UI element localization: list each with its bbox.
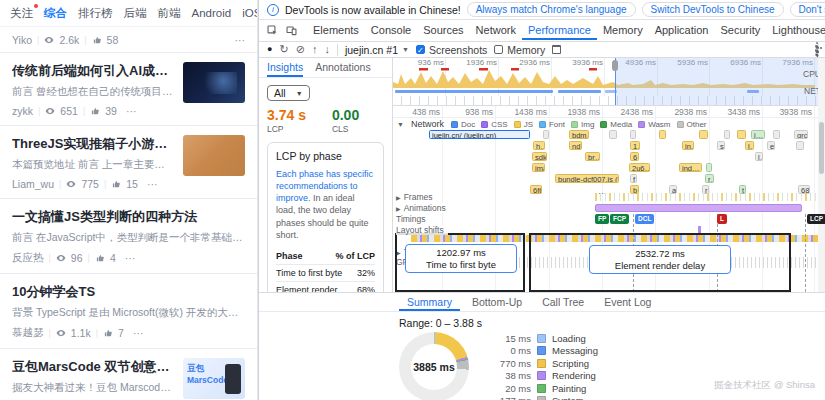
network-request[interactable]: in… <box>682 141 694 150</box>
expand-icon[interactable]: ▶ <box>396 205 401 212</box>
scrollbar-thumb[interactable] <box>819 122 824 174</box>
more-icon[interactable]: ··· <box>235 34 246 46</box>
network-request[interactable] <box>706 163 712 172</box>
clear-icon[interactable]: ⊘ <box>296 44 305 55</box>
network-request[interactable]: ind… <box>679 163 702 172</box>
article-meta-partial[interactable]: Yiko | 2.6k | 58 ··· <box>0 27 257 53</box>
memory-checkbox[interactable]: Memory <box>494 44 545 56</box>
bottom-tab-summary[interactable]: Summary <box>399 293 460 311</box>
render-delay-annotation[interactable]: 2532.72 ms Element render delay <box>589 245 731 274</box>
reload-record-icon[interactable]: ↻ <box>279 44 288 55</box>
network-request[interactable]: br… <box>585 152 600 161</box>
network-request[interactable] <box>543 130 549 139</box>
network-request[interactable] <box>630 130 636 139</box>
expand-icon[interactable]: ▶ <box>396 194 401 201</box>
infobar-button[interactable]: Don't show again <box>790 2 825 17</box>
timing-marker-lcp[interactable]: LCP <box>807 214 825 224</box>
devtools-tab-sources[interactable]: Sources <box>417 21 469 40</box>
feed-tab[interactable]: 综合 <box>44 6 67 21</box>
overview-window-shade[interactable]: CPU NET <box>615 58 825 105</box>
timing-marker-l[interactable]: L <box>717 214 727 224</box>
load-profile-icon[interactable]: ↑ <box>312 44 318 55</box>
article-item[interactable]: 传统前后端如何引入AI成为AI全栈项目? ...前言 曾经也想在自己的传统项目中… <box>0 53 257 126</box>
ttfb-annotation[interactable]: 1202.97 ms Time to first byte <box>405 244 517 273</box>
like-icon[interactable] <box>103 328 113 338</box>
network-request[interactable]: f… <box>630 174 637 183</box>
more-icon[interactable]: ··· <box>133 327 144 339</box>
more-icon[interactable]: ··· <box>126 105 137 117</box>
screenshots-checkbox[interactable]: ✓Screenshots <box>416 44 487 56</box>
devtools-tab-console[interactable]: Console <box>365 21 417 40</box>
network-request[interactable]: i… <box>751 130 765 139</box>
animation-bar[interactable] <box>595 204 802 212</box>
timing-marker-fcp[interactable]: FCP <box>610 214 629 224</box>
devtools-tab-lighthouse[interactable]: Lighthouse <box>766 21 825 40</box>
save-profile-icon[interactable]: ↓ <box>324 44 330 55</box>
network-request[interactable] <box>659 130 666 139</box>
network-request[interactable]: e… <box>767 141 775 150</box>
infobar-button[interactable]: Always match Chrome's language <box>467 2 636 17</box>
network-request[interactable]: r… <box>705 174 714 183</box>
feed-tab[interactable]: Android <box>192 7 232 19</box>
feed-tab[interactable]: 排行榜 <box>78 6 113 21</box>
insights-filter-select[interactable]: All▼ <box>267 85 310 101</box>
vertical-scrollbar[interactable] <box>818 58 825 292</box>
like-icon[interactable] <box>90 106 100 116</box>
network-request[interactable]: sdk… <box>532 152 547 161</box>
devtools-tab-elements[interactable]: Elements <box>307 21 365 40</box>
devtools-tab-security[interactable]: Security <box>714 21 766 40</box>
devtools-tab-performance[interactable]: Performance <box>522 21 597 40</box>
more-icon[interactable]: ··· <box>147 178 158 190</box>
network-request[interactable]: h… <box>533 141 545 150</box>
devtools-tab-network[interactable]: Network <box>470 21 522 40</box>
feed-tab[interactable]: iOS <box>242 7 257 19</box>
like-icon[interactable] <box>111 179 121 189</box>
window-resize-handle[interactable] <box>612 60 618 71</box>
network-request[interactable]: l… <box>745 141 754 150</box>
network-request[interactable] <box>699 130 708 139</box>
like-icon[interactable] <box>92 35 102 45</box>
lcp-by-phase-card[interactable]: LCP by phase Each phase has specific rec… <box>267 142 384 292</box>
network-request[interactable]: gro… <box>794 130 808 139</box>
feed-tab[interactable]: 前端 <box>158 6 181 21</box>
device-toolbar-icon[interactable] <box>282 25 301 36</box>
network-request[interactable] <box>609 130 617 139</box>
network-request[interactable]: 1… <box>630 141 640 150</box>
network-request[interactable] <box>796 141 804 150</box>
network-request[interactable]: 2u6… <box>629 163 650 172</box>
like-icon[interactable] <box>95 253 105 263</box>
inspect-element-icon[interactable] <box>263 25 282 36</box>
network-request[interactable]: 6… <box>630 152 639 161</box>
record-icon[interactable]: ● <box>267 45 272 54</box>
more-icon[interactable]: ··· <box>125 252 136 264</box>
bottom-tab-call-tree[interactable]: Call Tree <box>534 293 592 311</box>
network-track-header[interactable]: ▼ Network DocCSSJSFontImgMediaWasmOther <box>393 119 707 129</box>
feed-tab[interactable]: 关注 <box>10 6 33 21</box>
devtools-tab-application[interactable]: Application <box>649 21 715 40</box>
frames-track[interactable]: ▶Frames <box>393 192 825 202</box>
insights-tab-annotations[interactable]: Annotations <box>315 59 370 77</box>
article-item[interactable]: ThreeJS实现推箱子小游戏【二】本篇预览地址 前言 上一章主要介绍了怎么创建… <box>0 126 257 199</box>
network-request[interactable]: ima… <box>532 163 545 172</box>
network-request[interactable]: juejin.cn/ (juejin.cn) <box>429 130 530 139</box>
session-select[interactable]: juejin.cn #1▼ <box>345 44 409 56</box>
devtools-tab-memory[interactable]: Memory <box>597 21 649 40</box>
network-request[interactable]: l… <box>755 152 763 161</box>
article-item[interactable]: 豆包MarsCode 双节创意征文掘友大神看过来！豆包 Marscode 双节创… <box>0 349 257 400</box>
bottom-tab-event-log[interactable]: Event Log <box>596 293 659 311</box>
collect-garbage-icon[interactable] <box>552 45 561 54</box>
article-item[interactable]: 一文搞懂JS类型判断的四种方法前言 在JavaScript中，类型判断是一个非常… <box>0 199 257 274</box>
timeline-overview[interactable]: 936 ms1936 ms2936 ms3936 ms4936 ms5936 m… <box>393 58 825 106</box>
timings-track[interactable]: Timings FPFCPDCLLLCP <box>393 214 825 224</box>
network-request[interactable]: nd… <box>569 141 582 150</box>
timing-marker-dcl[interactable]: DCL <box>635 214 654 224</box>
insights-tab-insights[interactable]: Insights <box>267 59 303 77</box>
lcp-metric[interactable]: 3.74 s LCP <box>267 107 306 134</box>
capture-settings-gear-icon[interactable] <box>815 44 819 56</box>
animations-track[interactable]: ▶Animations <box>393 203 825 213</box>
feed-tab[interactable]: 后端 <box>124 6 147 21</box>
network-request[interactable] <box>724 130 730 139</box>
cls-metric[interactable]: 0.00 CLS <box>332 107 359 134</box>
network-request[interactable] <box>773 130 780 139</box>
article-item[interactable]: 10分钟学会TS背景 TypeScript 是由 Microsoft(微软) 开… <box>0 274 257 349</box>
